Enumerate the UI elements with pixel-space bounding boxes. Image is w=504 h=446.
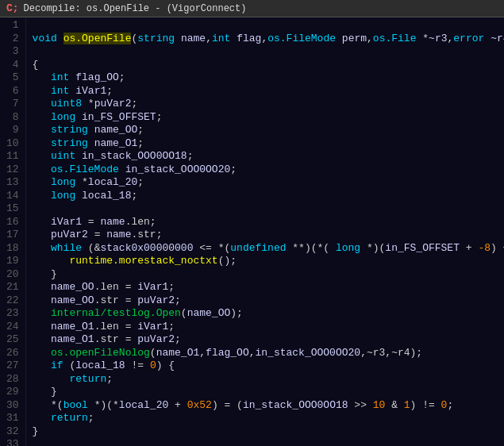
line-number: 30 bbox=[6, 399, 19, 413]
code-line: name_O1.str = puVar2; bbox=[33, 333, 498, 347]
code-line: name_O1.len = iVar1; bbox=[33, 321, 498, 334]
code-line: iVar1 = name.len; bbox=[33, 216, 498, 229]
line-number: 11 bbox=[6, 150, 19, 163]
line-number: 28 bbox=[6, 373, 19, 386]
code-line: void os.OpenFile(string name,int flag,os… bbox=[33, 33, 498, 46]
line-number: 13 bbox=[6, 176, 19, 190]
line-number: 31 bbox=[6, 412, 19, 425]
code-line bbox=[33, 19, 498, 33]
code-line: long *local_20; bbox=[33, 176, 498, 190]
line-number: 17 bbox=[6, 229, 19, 242]
line-number: 7 bbox=[6, 98, 19, 111]
code-line: os.FileMode in_stack_OOO0OO20; bbox=[33, 163, 498, 177]
code-line: if (local_18 != 0) { bbox=[33, 359, 498, 373]
line-number: 15 bbox=[6, 202, 19, 216]
code-line: os.openFileNolog(name_O1,flag_OO,in_stac… bbox=[33, 347, 498, 360]
code-line: string name_O1; bbox=[33, 137, 498, 151]
line-numbers: 1234567891011121314151617181920212223242… bbox=[0, 17, 26, 446]
line-number: 21 bbox=[6, 281, 19, 294]
line-number: 10 bbox=[6, 137, 19, 151]
line-number: 12 bbox=[6, 163, 19, 177]
title-text: Decompile: os.OpenFile - (VigorConnect) bbox=[24, 3, 247, 14]
code-line: } bbox=[33, 268, 498, 282]
line-number: 4 bbox=[6, 59, 19, 72]
code-line bbox=[33, 202, 498, 216]
line-number: 16 bbox=[6, 216, 19, 229]
code-line: { bbox=[33, 59, 498, 72]
line-number: 32 bbox=[6, 425, 19, 439]
line-number: 19 bbox=[6, 255, 19, 268]
code-area: 1234567891011121314151617181920212223242… bbox=[0, 17, 504, 446]
line-number: 33 bbox=[6, 438, 19, 446]
line-number: 27 bbox=[6, 359, 19, 373]
code-content[interactable]: void os.OpenFile(string name,int flag,os… bbox=[26, 17, 504, 446]
code-line: *(bool *)(*local_20 + 0x52) = (in_stack_… bbox=[33, 399, 498, 413]
line-number: 8 bbox=[6, 111, 19, 125]
line-number: 22 bbox=[6, 294, 19, 308]
code-line: uint in_stack_OOO0OO18; bbox=[33, 150, 498, 163]
code-line: string name_OO; bbox=[33, 124, 498, 137]
code-line bbox=[33, 438, 498, 446]
line-number: 23 bbox=[6, 307, 19, 321]
title-bar: C; Decompile: os.OpenFile - (VigorConnec… bbox=[0, 0, 504, 17]
code-line: long in_FS_OFFSET; bbox=[33, 111, 498, 125]
line-number: 18 bbox=[6, 242, 19, 256]
line-number: 6 bbox=[6, 85, 19, 98]
code-line: return; bbox=[33, 373, 498, 386]
line-number: 9 bbox=[6, 124, 19, 137]
code-line: int flag_OO; bbox=[33, 71, 498, 85]
line-number: 2 bbox=[6, 33, 19, 46]
line-number: 5 bbox=[6, 71, 19, 85]
code-line: long local_18; bbox=[33, 190, 498, 203]
line-number: 3 bbox=[6, 45, 19, 59]
line-number: 29 bbox=[6, 386, 19, 399]
code-line: int iVar1; bbox=[33, 85, 498, 98]
code-line: } bbox=[33, 425, 498, 439]
code-line: internal/testlog.Open(name_OO); bbox=[33, 307, 498, 321]
line-number: 26 bbox=[6, 347, 19, 360]
code-line: } bbox=[33, 386, 498, 399]
code-line: name_OO.len = iVar1; bbox=[33, 281, 498, 294]
line-number: 1 bbox=[6, 19, 19, 33]
line-number: 24 bbox=[6, 321, 19, 334]
code-line: uint8 *puVar2; bbox=[33, 98, 498, 111]
line-number: 14 bbox=[6, 190, 19, 203]
code-line: runtime.morestack_noctxt(); bbox=[33, 255, 498, 268]
code-line: return; bbox=[33, 412, 498, 425]
line-number: 20 bbox=[6, 268, 19, 282]
title-icon: C; bbox=[6, 2, 19, 14]
code-line: name_OO.str = puVar2; bbox=[33, 294, 498, 308]
line-number: 25 bbox=[6, 333, 19, 347]
code-line bbox=[33, 45, 498, 59]
code-line: while (&stack0x00000000 <= *(undefined *… bbox=[33, 242, 498, 256]
code-line: puVar2 = name.str; bbox=[33, 229, 498, 242]
